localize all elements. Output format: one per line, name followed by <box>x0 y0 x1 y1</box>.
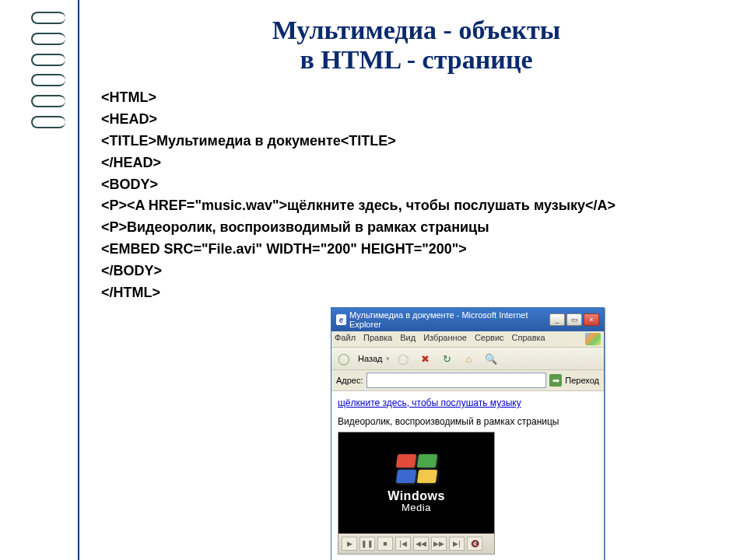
menu-file[interactable]: Файл <box>335 333 356 345</box>
ie-browser-window: e Мультимедиа в документе - Microsoft In… <box>331 307 605 560</box>
windows-media-embed: Windows Media ▶ ❚❚ ■ |◀ ◀◀ ▶▶ ▶| 🔇 <box>338 432 495 555</box>
code-line: <HEAD> <box>101 109 646 131</box>
code-line: <HTML> <box>101 87 646 109</box>
go-label[interactable]: Переход <box>565 376 599 385</box>
dropdown-icon[interactable]: ▾ <box>386 355 390 362</box>
code-line: </HEAD> <box>101 152 646 174</box>
margin-rule <box>78 0 79 560</box>
minimize-button[interactable]: _ <box>549 313 565 326</box>
play-button[interactable]: ▶ <box>342 537 357 551</box>
ie-window-title: Мультимедиа в документе - Microsoft Inte… <box>349 310 546 329</box>
ie-titlebar[interactable]: e Мультимедиа в документе - Microsoft In… <box>331 308 604 331</box>
address-label: Адрес: <box>336 376 363 385</box>
forward-button[interactable]: ◯ <box>396 351 412 366</box>
ie-toolbar: ◯ Назад ▾ ◯ ✖ ↻ ⌂ 🔍 <box>331 348 604 370</box>
close-button[interactable]: × <box>584 313 599 326</box>
menu-help[interactable]: Справка <box>512 333 545 345</box>
go-button-icon[interactable]: ➡ <box>549 374 562 387</box>
code-line: <TITLE>Мультимедиа в документе<TITLE> <box>101 131 646 152</box>
mute-button[interactable]: 🔇 <box>467 537 482 551</box>
next-button[interactable]: ▶| <box>449 537 465 551</box>
address-input[interactable] <box>366 373 547 388</box>
maximize-button[interactable]: ▭ <box>566 313 582 326</box>
back-button[interactable]: ◯ <box>336 351 352 366</box>
rewind-button[interactable]: ◀◀ <box>413 537 429 551</box>
code-line: <P>Видеоролик, воспроизводимый в рамках … <box>101 217 646 239</box>
title-line-1: Мультимедиа - объекты <box>272 16 561 44</box>
ie-address-bar: Адрес: ➡ Переход <box>331 370 604 391</box>
menu-edit[interactable]: Правка <box>363 333 392 345</box>
forward-media-button[interactable]: ▶▶ <box>431 537 447 551</box>
prev-button[interactable]: |◀ <box>395 537 411 551</box>
menu-tools[interactable]: Сервис <box>475 333 504 345</box>
search-button[interactable]: 🔍 <box>483 351 499 366</box>
stop-media-button[interactable]: ■ <box>377 537 393 551</box>
wm-brand-sub: Media <box>388 502 445 513</box>
code-line: </HTML> <box>101 282 646 304</box>
back-label[interactable]: Назад <box>358 354 383 363</box>
home-button[interactable]: ⌂ <box>461 351 477 366</box>
ie-app-icon: e <box>336 314 346 325</box>
spiral-binding <box>23 0 70 140</box>
refresh-button[interactable]: ↻ <box>440 351 455 366</box>
music-link[interactable]: щёлкните здесь, чтобы послушать музыку <box>338 397 598 408</box>
code-line: <EMBED SRC="File.avi" WIDTH="200" HEIGHT… <box>101 239 646 261</box>
code-line: </BODY> <box>101 261 646 282</box>
title-line-2: в HTML - странице <box>300 45 532 74</box>
pause-button[interactable]: ❚❚ <box>359 537 375 551</box>
stop-button[interactable]: ✖ <box>418 351 433 366</box>
html-code-listing: <HTML> <HEAD> <TITLE>Мультимедиа в докум… <box>101 87 646 304</box>
windows-flag-icon <box>395 454 438 485</box>
wm-logo-area: Windows Media <box>338 432 494 534</box>
code-line: <P><A HREF="music.wav">щёлкните здесь, ч… <box>101 195 646 217</box>
ie-page-content: щёлкните здесь, чтобы послушать музыку В… <box>331 391 604 560</box>
code-line: <BODY> <box>101 174 646 196</box>
video-caption: Видеоролик, воспроизводимый в рамках стр… <box>338 416 598 427</box>
slide-title: Мультимедиа - объекты в HTML - странице <box>101 16 731 75</box>
menu-view[interactable]: Вид <box>400 333 416 345</box>
wm-brand: Windows <box>388 489 445 502</box>
menu-favorites[interactable]: Избранное <box>423 333 467 345</box>
wm-controls: ▶ ❚❚ ■ |◀ ◀◀ ▶▶ ▶| 🔇 <box>338 534 494 554</box>
windows-logo-icon <box>585 333 601 345</box>
ie-menubar: Файл Правка Вид Избранное Сервис Справка <box>331 331 604 348</box>
